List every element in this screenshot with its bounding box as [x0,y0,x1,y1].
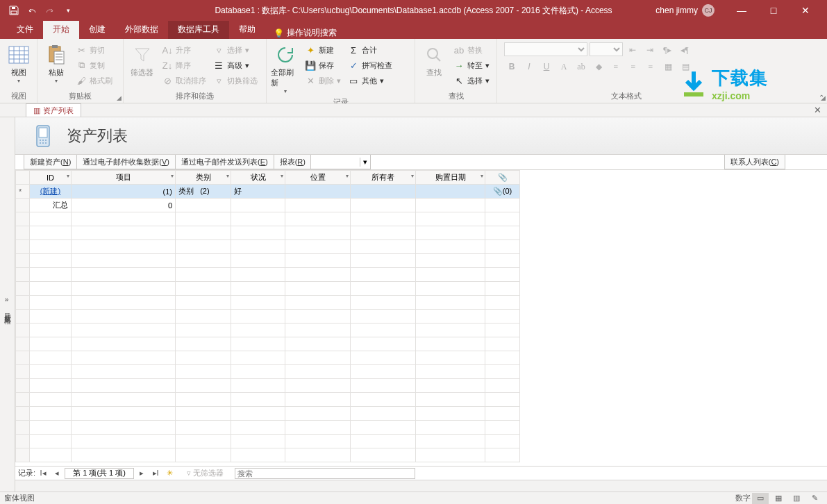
advanced-icon: ☰ [213,60,224,71]
close-doc-icon[interactable]: ✕ [814,105,821,115]
svg-point-15 [45,142,47,144]
reports-label: 报表(R) [274,155,311,169]
svg-point-6 [428,49,437,58]
magnifier-icon [423,44,445,66]
find-button[interactable]: 查找 [418,42,449,79]
tab-create[interactable]: 创建 [79,20,115,39]
view-button[interactable]: 视图 ▾ [3,42,34,85]
gridlines-button: ▦ [660,59,676,74]
new-record-nav-button[interactable]: ✳ [163,468,176,479]
tab-database-tools[interactable]: 数据库工具 [168,20,229,39]
send-email-button[interactable]: 通过电子邮件发送列表(E) [175,155,274,169]
clipboard-launcher-icon[interactable]: ◢ [117,94,122,101]
new-record-button[interactable]: ✦新建 [302,42,344,58]
col-category[interactable]: 类别▾ [176,171,231,185]
new-id-link[interactable]: (新建) [40,187,60,195]
close-button[interactable]: ✕ [790,1,821,20]
tell-me-search[interactable]: 💡 操作说明搜索 [265,27,345,39]
more-button[interactable]: ▭其他 ▾ [345,73,395,88]
funnel-icon [131,44,153,66]
grid-icon [8,44,30,66]
col-acquired[interactable]: 购置日期▾ [416,171,485,185]
next-record-button[interactable]: ▸ [135,468,148,479]
refresh-all-button[interactable]: 全部刷新 ▾ [269,42,301,96]
minimize-button[interactable]: — [726,1,758,20]
spelling-button[interactable]: ✓拼写检查 [345,58,395,73]
svg-point-10 [40,140,41,141]
goto-button[interactable]: →转至 ▾ [451,58,492,73]
font-color-button: A [556,59,571,74]
user-name[interactable]: chen jimmy [655,6,698,15]
record-position-input[interactable] [65,468,134,479]
design-view-button[interactable]: ✎ [806,493,823,504]
descending-button: Z↓降序 [159,58,209,73]
ltr-icon: ¶▸ [660,42,675,58]
group-find-label: 查找 [418,90,494,103]
maximize-button[interactable]: □ [758,1,790,20]
tab-asset-list[interactable]: ▥ 资产列表 [26,103,81,117]
svg-rect-5 [54,51,64,64]
collect-email-button[interactable]: 通过电子邮件收集数据(V) [76,155,176,169]
svg-point-13 [40,142,41,144]
filter-button[interactable]: 筛选器 [126,42,158,79]
user-avatar[interactable]: CJ [702,4,715,17]
col-attachment[interactable]: 📎 [485,171,520,185]
refresh-icon [274,44,296,66]
svg-point-12 [45,140,47,141]
form-area: 资产列表 新建资产(N) 通过电子邮件收集数据(V) 通过电子邮件发送列表(E)… [15,117,827,492]
tab-file[interactable]: 文件 [7,20,43,39]
font-size-select [590,42,623,56]
copy-icon: ⧉ [76,60,87,71]
prev-record-button[interactable]: ◂ [51,468,63,479]
col-item[interactable]: 项目▾ [72,171,176,185]
group-text-label: 文本格式 [500,90,824,103]
lightbulb-icon: 💡 [274,28,284,38]
replace-button: ab替换 [451,42,492,58]
reports-input[interactable] [311,156,360,168]
first-record-button[interactable]: I◂ [37,468,49,479]
nav-pane-toggle[interactable]: » 导航窗格 [0,117,15,492]
form-view-button[interactable]: ▭ [752,493,769,504]
redo-icon [42,2,58,19]
select-all-cell[interactable] [16,171,30,185]
document-tabs: ▥ 资产列表 ✕ [0,103,827,117]
totals-button[interactable]: Σ合计 [345,42,395,58]
save-record-button[interactable]: 💾保存 [302,58,344,73]
align-left-button: ≡ [608,59,624,74]
contacts-button[interactable]: 联系人列表(C) [724,155,785,169]
form-icon: ▥ [33,106,40,115]
paste-button[interactable]: 粘贴 ▾ [40,42,72,85]
italic-button: I [521,59,537,74]
col-id[interactable]: ID▾ [30,171,72,185]
col-location[interactable]: 位置▾ [285,171,351,185]
reports-combo[interactable]: ▾ [310,155,371,169]
spell-icon: ✓ [348,60,359,71]
delete-record-button: ✕删除 ▾ [302,73,344,88]
last-record-button[interactable]: ▸I [149,468,162,479]
layout-view-button[interactable]: ▥ [788,493,805,504]
more-icon: ▭ [348,75,359,86]
numlock-indicator: 数字 [735,493,751,503]
datasheet[interactable]: ID▾ 项目▾ 类别▾ 状况▾ 位置▾ 所有者▾ 购置日期▾ 📎 * (新建) … [15,170,827,466]
undo-icon[interactable] [24,2,40,19]
select-button[interactable]: ↖选择 ▾ [451,73,492,88]
selection-button: ▿选择 ▾ [210,42,260,58]
col-owner[interactable]: 所有者▾ [351,171,416,185]
datasheet-view-button[interactable]: ▦ [770,493,787,504]
new-record-row[interactable]: * (新建) (1) 类别 (2) 好 📎(0) [16,185,520,199]
save-icon[interactable] [6,2,22,19]
new-asset-button[interactable]: 新建资产(N) [24,155,77,169]
horizontal-scrollbar[interactable] [15,480,827,492]
tab-home[interactable]: 开始 [43,20,79,39]
filter-status: ▿ 无筛选器 [187,468,224,478]
collapse-ribbon-icon[interactable]: ⌃ [819,94,824,101]
bold-button: B [504,59,519,74]
advanced-button[interactable]: ☰高级 ▾ [210,58,260,73]
toggle-filter-button: ▿切换筛选 [210,73,260,88]
tab-help[interactable]: 帮助 [229,20,265,39]
svg-rect-7 [684,92,703,96]
qat-customize-icon[interactable]: ▾ [60,2,76,19]
search-input[interactable] [235,468,415,479]
tab-external-data[interactable]: 外部数据 [115,20,168,39]
col-condition[interactable]: 状况▾ [231,171,285,185]
